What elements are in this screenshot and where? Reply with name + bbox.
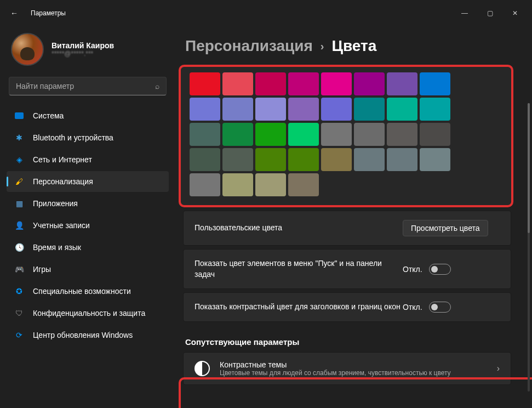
color-swatch[interactable] [288, 173, 319, 196]
color-swatch[interactable] [321, 98, 352, 121]
toggle-switch[interactable] [429, 264, 451, 275]
nav-item-personalization[interactable]: 🖌Персонализация [7, 171, 169, 192]
color-swatch[interactable] [190, 173, 220, 196]
setting-label: Показать цвет элементов в меню "Пуск" и … [195, 258, 403, 280]
color-swatch[interactable] [222, 173, 253, 196]
breadcrumb-parent[interactable]: Персонализация [185, 37, 313, 55]
breadcrumb: Персонализация › Цвета [175, 37, 519, 55]
profile[interactable]: Виталий Каиров *****@*****.*** [7, 26, 169, 77]
nav-label: Центр обновления Windows [33, 331, 133, 339]
nav-item-system[interactable]: Система [7, 105, 169, 126]
search-icon: ⌕ [155, 82, 159, 90]
color-swatch[interactable] [321, 148, 352, 171]
color-swatch[interactable] [288, 72, 319, 95]
color-swatch[interactable] [420, 123, 450, 146]
toggle-state: Откл. [403, 303, 422, 311]
nav-label: Сеть и Интернет [33, 155, 92, 164]
color-swatch[interactable] [255, 148, 286, 171]
color-swatch[interactable] [190, 72, 220, 95]
related-heading: Сопутствующие параметры [185, 337, 519, 347]
nav-label: Приложения [33, 199, 78, 208]
color-swatch[interactable] [354, 98, 385, 121]
nav-item-accessibility[interactable]: ✪Специальные возможности [7, 281, 169, 302]
clock-icon: 🕓 [14, 242, 24, 252]
main-content: Персонализация › Цвета Пользовательские … [175, 26, 532, 408]
avatar [11, 33, 44, 66]
nav-item-gaming[interactable]: 🎮Игры [7, 259, 169, 280]
color-swatch[interactable] [354, 123, 385, 146]
color-swatch[interactable] [288, 148, 319, 171]
back-button[interactable]: ← [4, 3, 24, 23]
color-swatch[interactable] [321, 123, 352, 146]
color-swatch[interactable] [387, 98, 417, 121]
color-swatch[interactable] [420, 98, 450, 121]
color-swatch[interactable] [255, 173, 286, 196]
minimize-button[interactable]: — [452, 4, 477, 22]
color-swatch[interactable] [321, 72, 352, 95]
color-swatch[interactable] [222, 98, 253, 121]
bluetooth-icon: ✱ [14, 133, 24, 143]
color-swatch[interactable] [190, 148, 220, 171]
search-box[interactable]: ⌕ [9, 77, 167, 95]
settings-window: ← Параметры — ▢ ✕ Виталий Каиров *****@*… [0, 0, 532, 408]
color-swatch[interactable] [288, 123, 319, 146]
nav-label: Учетные записи [33, 221, 90, 230]
custom-colors-row: Пользовательские цвета Просмотреть цвета [183, 211, 511, 246]
accessibility-icon: ✪ [14, 286, 24, 296]
nav-item-bluetooth[interactable]: ✱Bluetooth и устройства [7, 127, 169, 148]
color-swatch[interactable] [255, 98, 286, 121]
related-title: Контрастные темы [220, 360, 487, 369]
color-swatch[interactable] [222, 72, 253, 95]
nav-item-network[interactable]: ◈Сеть и Интернет [7, 149, 169, 170]
related-subtitle: Цветовые темы для людей со слабым зрение… [220, 369, 487, 377]
window-title: Параметры [31, 9, 66, 17]
close-button[interactable]: ✕ [502, 4, 528, 22]
toggle-state: Откл. [403, 265, 422, 274]
system-icon [15, 112, 24, 119]
setting-label: Пользовательские цвета [195, 223, 403, 234]
maximize-button[interactable]: ▢ [477, 4, 502, 22]
color-swatch[interactable] [387, 123, 417, 146]
color-swatch[interactable] [387, 148, 417, 171]
search-input[interactable] [16, 82, 155, 90]
profile-name: Виталий Каиров [52, 41, 114, 50]
chevron-right-icon: › [497, 364, 500, 373]
sidebar: Виталий Каиров *****@*****.*** ⌕ Система… [0, 26, 175, 408]
color-swatch[interactable] [387, 72, 417, 95]
color-swatch[interactable] [190, 123, 220, 146]
nav-item-privacy[interactable]: 🛡Конфиденциальность и защита [7, 303, 169, 324]
nav-label: Конфиденциальность и защита [33, 309, 145, 318]
color-swatch[interactable] [222, 148, 253, 171]
color-swatch[interactable] [354, 72, 385, 95]
color-swatch[interactable] [222, 123, 253, 146]
color-swatch[interactable] [190, 98, 220, 121]
color-swatch[interactable] [420, 148, 450, 171]
shield-icon: 🛡 [14, 308, 24, 318]
contrast-themes-row[interactable]: Контрастные темы Цветовые темы для людей… [183, 352, 511, 385]
wifi-icon: ◈ [14, 155, 24, 165]
contrast-icon [195, 361, 210, 376]
toggle-switch[interactable] [429, 302, 451, 313]
color-swatch[interactable] [255, 123, 286, 146]
color-swatch[interactable] [288, 98, 319, 121]
accent-color-grid [179, 65, 513, 207]
person-icon: 👤 [14, 220, 24, 230]
update-icon: ⟳ [14, 330, 24, 340]
color-swatch[interactable] [354, 148, 385, 171]
nav-item-accounts[interactable]: 👤Учетные записи [7, 215, 169, 236]
nav-label: Bluetooth и устройства [33, 133, 113, 142]
scrollbar[interactable] [528, 103, 530, 392]
setting-label: Показать контрастный цвет для заголовков… [195, 302, 403, 313]
nav-item-time[interactable]: 🕓Время и язык [7, 237, 169, 258]
color-swatch[interactable] [420, 72, 450, 95]
show-accent-titlebar-row: Показать контрастный цвет для заголовков… [183, 292, 511, 322]
apps-icon: ▦ [14, 199, 24, 208]
nav-item-update[interactable]: ⟳Центр обновления Windows [7, 325, 169, 345]
color-swatch[interactable] [255, 72, 286, 95]
nav-list: Система ✱Bluetooth и устройства ◈Сеть и … [7, 105, 169, 345]
view-colors-button[interactable]: Просмотреть цвета [403, 220, 488, 236]
breadcrumb-current: Цвета [332, 37, 377, 55]
nav-item-apps[interactable]: ▦Приложения [7, 193, 169, 214]
brush-icon: 🖌 [14, 177, 24, 186]
nav-label: Время и язык [33, 243, 81, 252]
